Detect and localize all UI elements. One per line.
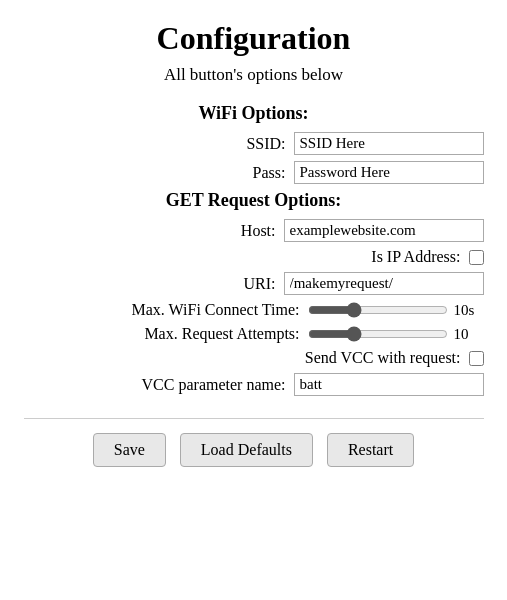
pass-row: Pass: xyxy=(24,161,484,184)
page-subtitle: All button's options below xyxy=(164,65,343,85)
max-req-slider-container: 10 xyxy=(308,326,484,343)
vcc-param-label: VCC parameter name: xyxy=(142,376,286,394)
uri-row: URI: xyxy=(24,272,484,295)
max-wifi-value: 10s xyxy=(454,302,484,319)
page-title: Configuration xyxy=(157,20,351,57)
uri-input[interactable] xyxy=(284,272,484,295)
pass-input[interactable] xyxy=(294,161,484,184)
max-wifi-slider[interactable] xyxy=(308,302,448,318)
is-ip-checkbox[interactable] xyxy=(469,250,484,265)
max-req-label: Max. Request Attempts: xyxy=(144,325,299,343)
vcc-param-row: VCC parameter name: xyxy=(24,373,484,396)
uri-label: URI: xyxy=(244,275,276,293)
send-vcc-checkbox[interactable] xyxy=(469,351,484,366)
get-section-heading: GET Request Options: xyxy=(166,190,342,211)
wifi-section-heading: WiFi Options: xyxy=(198,103,308,124)
ssid-input[interactable] xyxy=(294,132,484,155)
max-wifi-row: Max. WiFi Connect Time: 10s xyxy=(24,301,484,319)
host-label: Host: xyxy=(241,222,276,240)
host-row: Host: xyxy=(24,219,484,242)
ssid-row: SSID: xyxy=(24,132,484,155)
send-vcc-row: Send VCC with request: xyxy=(24,349,484,367)
get-section: GET Request Options: Host: Is IP Address… xyxy=(0,190,507,402)
button-row: Save Load Defaults Restart xyxy=(93,433,415,467)
divider xyxy=(24,418,484,419)
host-input[interactable] xyxy=(284,219,484,242)
load-defaults-button[interactable]: Load Defaults xyxy=(180,433,313,467)
pass-label: Pass: xyxy=(253,164,286,182)
max-req-value: 10 xyxy=(454,326,484,343)
max-req-slider[interactable] xyxy=(308,326,448,342)
wifi-section: WiFi Options: SSID: Pass: xyxy=(0,103,507,190)
max-req-row: Max. Request Attempts: 10 xyxy=(24,325,484,343)
ssid-label: SSID: xyxy=(246,135,285,153)
vcc-param-input[interactable] xyxy=(294,373,484,396)
max-wifi-label: Max. WiFi Connect Time: xyxy=(132,301,300,319)
send-vcc-label: Send VCC with request: xyxy=(305,349,461,367)
max-wifi-slider-container: 10s xyxy=(308,302,484,319)
save-button[interactable]: Save xyxy=(93,433,166,467)
page-container: Configuration All button's options below… xyxy=(0,0,507,600)
is-ip-label: Is IP Address: xyxy=(371,248,460,266)
is-ip-row: Is IP Address: xyxy=(24,248,484,266)
restart-button[interactable]: Restart xyxy=(327,433,414,467)
